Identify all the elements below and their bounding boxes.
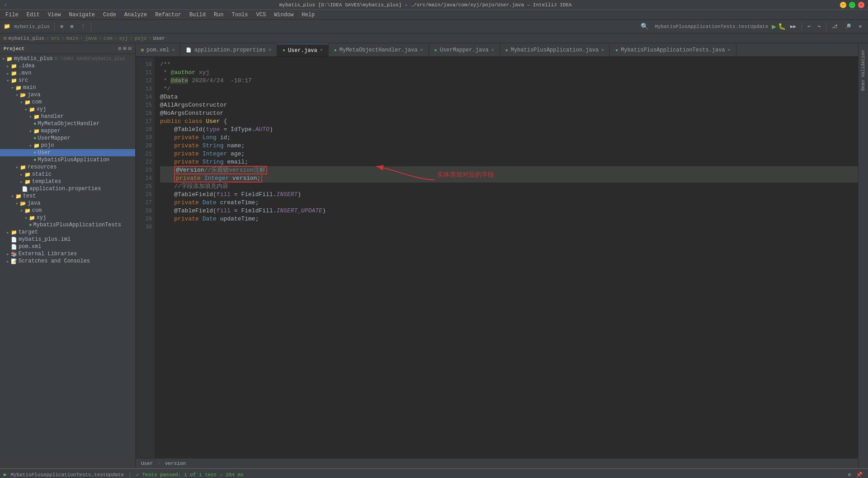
bottom-settings-btn[interactable]: ⚙: [846, 471, 853, 478]
search-icon[interactable]: 🔍: [638, 22, 651, 31]
git-btn[interactable]: ⎇: [829, 23, 840, 30]
menu-navigate[interactable]: Navigate: [65, 11, 99, 19]
tree-item-test-xyj[interactable]: ▾ 📁 xyj: [0, 214, 135, 221]
undo-btn[interactable]: ↩: [805, 23, 813, 30]
tree-item-src[interactable]: ▾ 📁 src: [0, 77, 135, 84]
tree-label-resources: resources: [28, 164, 57, 170]
minimize-button[interactable]: ─: [840, 2, 846, 8]
tab-pom-close[interactable]: ×: [172, 48, 175, 53]
menu-edit[interactable]: Edit: [23, 11, 43, 19]
sidebar-settings-icon[interactable]: ⚙: [118, 45, 121, 52]
run-button[interactable]: ▶: [772, 22, 776, 31]
tree-item-handler[interactable]: ▾ 📁 handler: [0, 113, 135, 120]
menu-vcs[interactable]: VCS: [253, 11, 270, 19]
code-line-26: @TableField(fill = FieldFill.INSERT): [160, 191, 858, 199]
tree-item-test-java[interactable]: ▾ 📂 java: [0, 200, 135, 207]
tree-item-resources[interactable]: ▾ 📁 resources: [0, 164, 135, 171]
tree-item-static[interactable]: ▸ 📁 static: [0, 171, 135, 178]
pojo-folder-icon: 📁: [33, 143, 40, 149]
sidebar-fold-icon[interactable]: ⊟: [128, 45, 132, 52]
tree-item-ext-libs[interactable]: ▸ 📚 External Libraries: [0, 250, 135, 258]
tree-item-target[interactable]: ▸ 📁 target: [0, 229, 135, 236]
user-file-icon: ●: [283, 48, 285, 53]
more-btn[interactable]: ⋮: [78, 23, 88, 30]
tree-item-xyj[interactable]: ▾ 📁 xyj: [0, 106, 135, 113]
menu-tools[interactable]: Tools: [228, 11, 252, 19]
tree-item-java[interactable]: ▾ 📂 java: [0, 91, 135, 98]
run-with-coverage-btn[interactable]: ▶▶: [788, 23, 799, 30]
bottom-pin-btn[interactable]: 📌: [854, 471, 864, 478]
tab-usermapper-close[interactable]: ×: [491, 48, 494, 53]
tree-item-usermapper[interactable]: ● UserMapper: [0, 135, 135, 142]
run-status: ✓ Tests passed: 1 of 1 test – 264 ms: [136, 472, 244, 478]
bean-validation-label[interactable]: Bean Validation: [859, 49, 867, 92]
tree-item-pojo[interactable]: ▾ 📁 pojo: [0, 142, 135, 149]
tab-mymeta[interactable]: ● MyMetaObjectHandler.java ×: [329, 44, 429, 56]
tab-user[interactable]: ● User.java ×: [277, 44, 329, 56]
menu-help[interactable]: Help: [298, 11, 318, 19]
tree-item-mymeta[interactable]: ● MyMetaObjectHandler: [0, 120, 135, 127]
menu-code[interactable]: Code: [99, 11, 120, 19]
tab-mybatistests[interactable]: ● MybatisPlusApplicationTests.java ×: [610, 44, 736, 56]
redo-btn[interactable]: ↪: [815, 23, 824, 30]
code-line-16: @NoArgsConstructor: [160, 109, 858, 117]
title-text: mybatis_plus [D:\IDEA SAVES\mybatis_plus…: [11, 2, 840, 8]
menu-view[interactable]: View: [44, 11, 65, 19]
tree-item-idea[interactable]: ▸ 📁 .idea: [0, 62, 135, 70]
path-item-mybatis: mybatis_plus: [9, 36, 44, 41]
tree-item-test[interactable]: ▾ 📁 test: [0, 192, 135, 200]
tab-appprops-close[interactable]: ×: [269, 48, 271, 53]
tab-appprops[interactable]: 📄 application.properties ×: [180, 44, 277, 56]
tab-user-close[interactable]: ×: [320, 48, 323, 53]
file-tree: ▾ 📁 mybatis_plus D:\IDEA SAVES\mybatis_p…: [0, 54, 135, 468]
handler-folder-icon: 📁: [33, 114, 40, 120]
tree-label-handler: handler: [41, 113, 64, 120]
appprops-icon: 📄: [186, 47, 191, 53]
debug-button[interactable]: 🐛: [778, 23, 786, 30]
tree-item-main[interactable]: ▾ 📁 main: [0, 84, 135, 91]
tree-item-test-com[interactable]: ▾ 📁 com: [0, 207, 135, 214]
tree-item-templates[interactable]: ▸ 📁 templates: [0, 178, 135, 185]
java-file-icon-2: ●: [33, 136, 37, 141]
tree-item-mybatisapp[interactable]: ● MybatisPlusApplication: [0, 156, 135, 164]
sidebar-header: Project ⚙ ⊞ ⊟: [0, 43, 135, 54]
tab-usermapper[interactable]: ● UserMapper.java ×: [429, 44, 500, 56]
tree-label-mymeta: MyMetaObjectHandler: [38, 121, 100, 127]
tree-item-scratches[interactable]: ▸ 📝 Scratches and Consoles: [0, 258, 135, 265]
tree-item-iml[interactable]: 📄 mybatis_plus.iml: [0, 236, 135, 243]
tree-item-pom[interactable]: 📄 pom.xml: [0, 243, 135, 250]
menu-build[interactable]: Build: [186, 11, 209, 19]
tree-item-mvn[interactable]: ▸ 📁 .mvn: [0, 70, 135, 77]
tree-label-pom: pom.xml: [19, 244, 41, 250]
menu-refactor[interactable]: Refactor: [151, 11, 185, 19]
menu-analyze[interactable]: Analyze: [121, 11, 151, 19]
close-button[interactable]: ✕: [858, 2, 864, 8]
tree-item-com[interactable]: ▾ 📁 com: [0, 98, 135, 106]
tree-item-appprops[interactable]: 📄 application.properties: [0, 185, 135, 192]
path-item-pojo: pojo: [135, 36, 146, 41]
code-content[interactable]: /** * @author xyj * @date 2020/4/24 -10:…: [155, 57, 858, 458]
tree-item-user[interactable]: ● User: [0, 149, 135, 156]
run-panel-header: ▶ MybatisPlusApplicationTests.testUpdate…: [0, 469, 868, 478]
path-mybatis: m: [4, 36, 7, 41]
menu-run[interactable]: Run: [210, 11, 227, 19]
menu-file[interactable]: File: [2, 11, 22, 19]
tab-mybatisapp[interactable]: ● MybatisPlusApplication.java ×: [500, 44, 610, 56]
structure-btn[interactable]: ≡: [856, 23, 864, 30]
tab-mybatisapp-close[interactable]: ×: [601, 48, 604, 53]
layout-btn[interactable]: ⊞: [68, 23, 76, 30]
folder-chevron-icon-7: ▾: [20, 99, 23, 105]
find-btn[interactable]: 🔎: [842, 23, 854, 30]
tree-label-test: test: [23, 193, 36, 199]
menu-window[interactable]: Window: [270, 11, 297, 19]
tree-item-root[interactable]: ▾ 📁 mybatis_plus D:\IDEA SAVES\mybatis_p…: [0, 55, 135, 62]
settings-btn[interactable]: ⚙: [57, 23, 66, 30]
tab-pom[interactable]: m pom.xml ×: [136, 44, 180, 56]
sidebar-layout-icon[interactable]: ⊞: [123, 45, 127, 52]
tree-item-test-class[interactable]: ● MybatisPlusApplicationTests: [0, 221, 135, 229]
tab-mybatistests-close[interactable]: ×: [728, 48, 731, 53]
code-editor[interactable]: 10 11 12 13 14 15 16 17 18 19 20 21 22 2…: [136, 57, 858, 458]
tab-mymeta-close[interactable]: ×: [420, 48, 423, 53]
tree-item-mapper[interactable]: ▾ 📁 mapper: [0, 127, 135, 135]
maximize-button[interactable]: □: [849, 2, 855, 8]
